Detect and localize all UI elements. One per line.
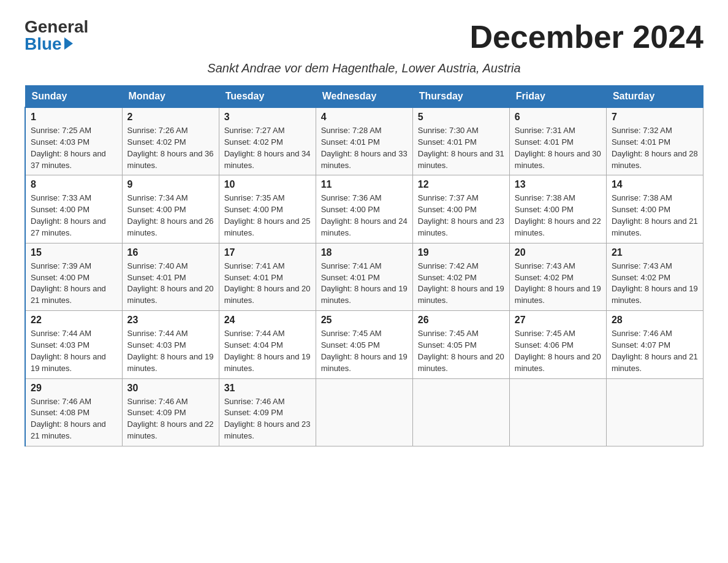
column-header-tuesday: Tuesday (219, 86, 316, 108)
day-info: Sunrise: 7:46 AMSunset: 4:09 PMDaylight:… (127, 396, 214, 442)
calendar-cell: 18Sunrise: 7:41 AMSunset: 4:01 PMDayligh… (316, 243, 412, 310)
calendar-cell (412, 378, 509, 446)
day-info: Sunrise: 7:43 AMSunset: 4:02 PMDaylight:… (515, 261, 601, 307)
day-number: 28 (612, 315, 698, 326)
day-info: Sunrise: 7:25 AMSunset: 4:03 PMDaylight:… (31, 125, 117, 171)
day-number: 31 (224, 383, 311, 394)
day-info: Sunrise: 7:26 AMSunset: 4:02 PMDaylight:… (127, 125, 214, 171)
column-header-sunday: Sunday (25, 86, 122, 108)
calendar-header-row: SundayMondayTuesdayWednesdayThursdayFrid… (25, 86, 703, 108)
calendar-cell: 21Sunrise: 7:43 AMSunset: 4:02 PMDayligh… (606, 243, 703, 310)
day-number: 30 (127, 383, 214, 394)
day-number: 7 (612, 112, 698, 123)
day-number: 29 (31, 383, 117, 394)
page-header: General Blue December 2024 (25, 18, 703, 55)
day-number: 15 (31, 247, 117, 258)
day-number: 20 (515, 247, 601, 258)
calendar-cell: 28Sunrise: 7:46 AMSunset: 4:07 PMDayligh… (606, 311, 703, 378)
day-number: 3 (224, 112, 311, 123)
day-number: 8 (31, 179, 117, 190)
day-info: Sunrise: 7:34 AMSunset: 4:00 PMDaylight:… (127, 193, 214, 239)
day-info: Sunrise: 7:31 AMSunset: 4:01 PMDaylight:… (515, 125, 601, 171)
calendar-cell: 5Sunrise: 7:30 AMSunset: 4:01 PMDaylight… (412, 107, 509, 175)
day-info: Sunrise: 7:45 AMSunset: 4:05 PMDaylight:… (418, 328, 504, 374)
calendar-week-row: 15Sunrise: 7:39 AMSunset: 4:00 PMDayligh… (25, 243, 703, 310)
day-number: 14 (612, 179, 698, 190)
calendar-cell: 19Sunrise: 7:42 AMSunset: 4:02 PMDayligh… (412, 243, 509, 310)
day-number: 9 (127, 179, 214, 190)
day-info: Sunrise: 7:42 AMSunset: 4:02 PMDaylight:… (418, 261, 504, 307)
calendar-cell: 22Sunrise: 7:44 AMSunset: 4:03 PMDayligh… (25, 311, 122, 378)
day-info: Sunrise: 7:27 AMSunset: 4:02 PMDaylight:… (224, 125, 311, 171)
day-info: Sunrise: 7:38 AMSunset: 4:00 PMDaylight:… (612, 193, 698, 239)
calendar-cell: 2Sunrise: 7:26 AMSunset: 4:02 PMDaylight… (122, 107, 219, 175)
day-number: 16 (127, 247, 214, 258)
day-info: Sunrise: 7:46 AMSunset: 4:08 PMDaylight:… (31, 396, 117, 442)
month-title: December 2024 (469, 18, 703, 55)
calendar-cell: 31Sunrise: 7:46 AMSunset: 4:09 PMDayligh… (219, 378, 316, 446)
day-info: Sunrise: 7:37 AMSunset: 4:00 PMDaylight:… (418, 193, 504, 239)
day-number: 11 (321, 179, 408, 190)
column-header-monday: Monday (122, 86, 219, 108)
calendar-cell: 12Sunrise: 7:37 AMSunset: 4:00 PMDayligh… (412, 175, 509, 243)
day-number: 1 (31, 112, 117, 123)
day-number: 5 (418, 112, 504, 123)
day-info: Sunrise: 7:38 AMSunset: 4:00 PMDaylight:… (515, 193, 601, 239)
day-info: Sunrise: 7:32 AMSunset: 4:01 PMDaylight:… (612, 125, 698, 171)
calendar-cell: 13Sunrise: 7:38 AMSunset: 4:00 PMDayligh… (509, 175, 606, 243)
calendar-cell (316, 378, 412, 446)
calendar-cell (606, 378, 703, 446)
location-subtitle: Sankt Andrae vor dem Hagenthale, Lower A… (25, 61, 703, 75)
day-number: 17 (224, 247, 311, 258)
day-info: Sunrise: 7:46 AMSunset: 4:07 PMDaylight:… (612, 328, 698, 374)
day-number: 2 (127, 112, 214, 123)
day-info: Sunrise: 7:44 AMSunset: 4:03 PMDaylight:… (31, 328, 117, 374)
calendar-week-row: 22Sunrise: 7:44 AMSunset: 4:03 PMDayligh… (25, 311, 703, 378)
day-number: 27 (515, 315, 601, 326)
day-info: Sunrise: 7:41 AMSunset: 4:01 PMDaylight:… (224, 261, 311, 307)
day-number: 21 (612, 247, 698, 258)
day-info: Sunrise: 7:33 AMSunset: 4:00 PMDaylight:… (31, 193, 117, 239)
calendar-cell: 29Sunrise: 7:46 AMSunset: 4:08 PMDayligh… (25, 378, 122, 446)
calendar-cell: 20Sunrise: 7:43 AMSunset: 4:02 PMDayligh… (509, 243, 606, 310)
day-number: 10 (224, 179, 311, 190)
day-number: 22 (31, 315, 117, 326)
day-info: Sunrise: 7:44 AMSunset: 4:03 PMDaylight:… (127, 328, 214, 374)
day-info: Sunrise: 7:36 AMSunset: 4:00 PMDaylight:… (321, 193, 408, 239)
calendar-cell: 26Sunrise: 7:45 AMSunset: 4:05 PMDayligh… (412, 311, 509, 378)
calendar-cell: 23Sunrise: 7:44 AMSunset: 4:03 PMDayligh… (122, 311, 219, 378)
column-header-saturday: Saturday (606, 86, 703, 108)
day-number: 23 (127, 315, 214, 326)
calendar-cell: 24Sunrise: 7:44 AMSunset: 4:04 PMDayligh… (219, 311, 316, 378)
logo-triangle-icon (64, 37, 73, 50)
column-header-thursday: Thursday (412, 86, 509, 108)
day-number: 25 (321, 315, 408, 326)
day-number: 26 (418, 315, 504, 326)
calendar-week-row: 8Sunrise: 7:33 AMSunset: 4:00 PMDaylight… (25, 175, 703, 243)
day-info: Sunrise: 7:44 AMSunset: 4:04 PMDaylight:… (224, 328, 311, 374)
day-info: Sunrise: 7:45 AMSunset: 4:05 PMDaylight:… (321, 328, 408, 374)
calendar-week-row: 1Sunrise: 7:25 AMSunset: 4:03 PMDaylight… (25, 107, 703, 175)
calendar-cell: 4Sunrise: 7:28 AMSunset: 4:01 PMDaylight… (316, 107, 412, 175)
day-info: Sunrise: 7:46 AMSunset: 4:09 PMDaylight:… (224, 396, 311, 442)
calendar-cell: 6Sunrise: 7:31 AMSunset: 4:01 PMDaylight… (509, 107, 606, 175)
day-info: Sunrise: 7:39 AMSunset: 4:00 PMDaylight:… (31, 261, 117, 307)
calendar-cell: 7Sunrise: 7:32 AMSunset: 4:01 PMDaylight… (606, 107, 703, 175)
logo-blue-text: Blue (25, 36, 73, 53)
calendar-cell: 10Sunrise: 7:35 AMSunset: 4:00 PMDayligh… (219, 175, 316, 243)
calendar-cell: 15Sunrise: 7:39 AMSunset: 4:00 PMDayligh… (25, 243, 122, 310)
calendar-cell: 25Sunrise: 7:45 AMSunset: 4:05 PMDayligh… (316, 311, 412, 378)
calendar-cell: 30Sunrise: 7:46 AMSunset: 4:09 PMDayligh… (122, 378, 219, 446)
day-number: 12 (418, 179, 504, 190)
day-number: 4 (321, 112, 408, 123)
calendar-week-row: 29Sunrise: 7:46 AMSunset: 4:08 PMDayligh… (25, 378, 703, 446)
day-info: Sunrise: 7:41 AMSunset: 4:01 PMDaylight:… (321, 261, 408, 307)
day-info: Sunrise: 7:45 AMSunset: 4:06 PMDaylight:… (515, 328, 601, 374)
column-header-wednesday: Wednesday (316, 86, 412, 108)
day-info: Sunrise: 7:28 AMSunset: 4:01 PMDaylight:… (321, 125, 408, 171)
calendar-cell: 17Sunrise: 7:41 AMSunset: 4:01 PMDayligh… (219, 243, 316, 310)
logo: General Blue (25, 18, 88, 53)
calendar-cell: 9Sunrise: 7:34 AMSunset: 4:00 PMDaylight… (122, 175, 219, 243)
calendar-cell: 14Sunrise: 7:38 AMSunset: 4:00 PMDayligh… (606, 175, 703, 243)
calendar-cell: 8Sunrise: 7:33 AMSunset: 4:00 PMDaylight… (25, 175, 122, 243)
